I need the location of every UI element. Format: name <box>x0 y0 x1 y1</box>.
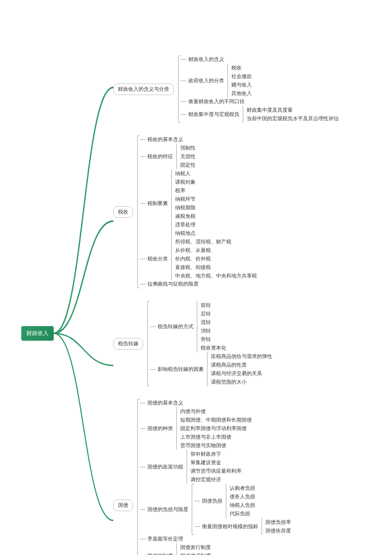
leaf: 纳税地点 <box>173 229 197 237</box>
leaf: 后转 <box>199 309 228 318</box>
leaf: 调控宏观经济 <box>189 475 243 484</box>
branch-national-debt: 国债 国债的基本含义 国债的种类 内债与外债 短期国债、中期国债和长期国债 固定… <box>113 399 340 555</box>
leaf: 货币国债与实物国债 <box>179 441 254 450</box>
leaf: 其他收入 <box>230 89 254 98</box>
node-b3: 税负转嫁 <box>113 338 143 350</box>
leaf: 短期国债、中期国债和长期国债 <box>179 416 254 424</box>
node-b1: 财政收入的含义与分类 <box>113 84 174 95</box>
sub-label: 税收分类 <box>146 255 170 263</box>
branch-tax-shifting: 税负转嫁 税负转嫁的方式 前转 后转 混转 消转 旁转 税收资本化 影响税负转嫁… <box>113 301 340 386</box>
sub-label: 财政集中度与宏观税负 <box>187 110 241 119</box>
leaf: 直接税、间接税 <box>173 263 259 272</box>
leaf: 国债负担率 <box>264 518 293 526</box>
sub-label: 政府收入的分类 <box>187 77 226 85</box>
leaf: 国债依存度 <box>264 526 293 535</box>
leaf: 课税商品的性质 <box>209 361 274 369</box>
leaf: 赠与收入 <box>230 81 254 89</box>
leaf: 所得税、流转税、财产税 <box>173 237 259 246</box>
sub-label: 国债的种类 <box>146 425 175 433</box>
leaf: 应税商品供给与需求的弹性 <box>209 352 274 361</box>
root-connector <box>54 55 113 555</box>
leaf: 调节货币供应量和利率 <box>189 467 243 475</box>
leaf: 税收 <box>230 64 254 72</box>
leaf: 拉弗曲线与征税的限度 <box>146 280 200 288</box>
node-b2: 税收 <box>113 206 133 218</box>
leaf: 违章处理 <box>173 220 197 229</box>
leaf: 国债的基本含义 <box>146 399 185 407</box>
branch-meaning-classification: 财政收入的含义与分类 财政收入的含义 政府收入的分类 税收 社会缴款 赠与收入 … <box>113 55 340 123</box>
branch-tax: 税收 税收的基本含义 税收的特征 强制性 无偿性 固定性 税制要素 纳税人 <box>113 136 340 288</box>
sub-label: 税收的特征 <box>146 153 175 161</box>
sub-label: 国债的负担与限度 <box>146 506 190 514</box>
sub-label: 国债的制度 <box>146 552 175 555</box>
leaf: 国债偿还制度 <box>179 552 213 555</box>
sub-label: 国债负担 <box>200 497 224 505</box>
leaf: 旁转 <box>199 335 228 344</box>
leaf: 代际负担 <box>228 509 257 518</box>
leaf: 税收资本化 <box>199 344 228 352</box>
leaf: 固定性 <box>179 161 197 169</box>
leaf: 无偿性 <box>179 152 197 161</box>
leaf: 课税范围的大小 <box>209 378 274 386</box>
leaf: 内债与外债 <box>179 407 254 416</box>
sub-label: 税制要素 <box>146 199 170 208</box>
leaf: 消转 <box>199 327 228 335</box>
leaf: 财政收入的含义 <box>187 55 226 64</box>
leaf: 纳税人 <box>173 169 197 178</box>
root-node: 财政收入 <box>21 326 54 341</box>
leaf: 固定利率国债与浮动利率国债 <box>179 424 254 433</box>
leaf: 上市国债与非上市国债 <box>179 433 254 441</box>
sub-label: 国债的政策功能 <box>146 463 185 471</box>
leaf: 税收的基本含义 <box>146 136 185 144</box>
leaf: 社会缴款 <box>230 72 254 81</box>
leaf: 课税对象 <box>173 178 197 186</box>
leaf: 李嘉图等价定理 <box>146 535 185 543</box>
leaf: 价内税、价外税 <box>173 254 259 263</box>
leaf: 课税与经济交易的关系 <box>209 369 274 378</box>
leaf: 国债发行制度 <box>179 543 213 552</box>
sub-label: 衡量国债相对规模的指标 <box>200 523 260 531</box>
leaf: 从价税、从量税 <box>173 246 259 254</box>
leaf: 纳税期限 <box>173 203 197 212</box>
leaf: 筹集建设资金 <box>189 458 243 467</box>
leaf: 债务人负担 <box>228 492 257 501</box>
leaf: 当前中国的宏观税负水平及其合理性评估 <box>245 114 340 123</box>
leaf: 税率 <box>173 186 197 195</box>
sub-label: 影响税负转嫁的因素 <box>156 365 205 373</box>
leaf: 财政集中度及其度量 <box>245 106 340 114</box>
leaf: 纳税环节 <box>173 195 197 203</box>
leaf: 减税免税 <box>173 212 197 220</box>
leaf: 混转 <box>199 318 228 327</box>
leaf: 弥补财政赤字 <box>189 450 243 458</box>
leaf: 认购者负担 <box>228 484 257 492</box>
leaf: 中央税、地方税、中央和地方共享税 <box>173 272 259 280</box>
leaf: 纳税人负担 <box>228 501 257 509</box>
leaf: 衡量财政收入的不同口径 <box>187 98 246 106</box>
leaf: 强制性 <box>179 144 197 152</box>
sub-label: 税负转嫁的方式 <box>156 323 195 331</box>
node-b4: 国债 <box>113 500 133 511</box>
leaf: 前转 <box>199 301 228 309</box>
